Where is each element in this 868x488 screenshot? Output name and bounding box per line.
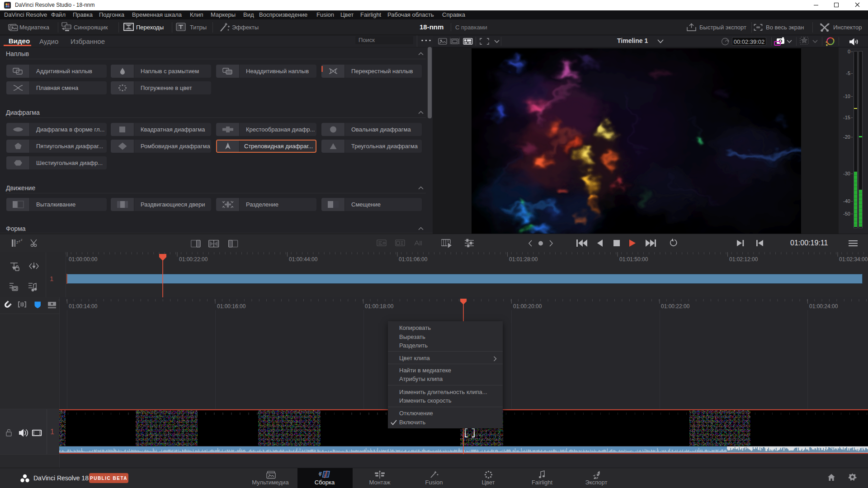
svg-text:z: z [19,239,20,243]
svg-text:z: z [21,238,23,241]
